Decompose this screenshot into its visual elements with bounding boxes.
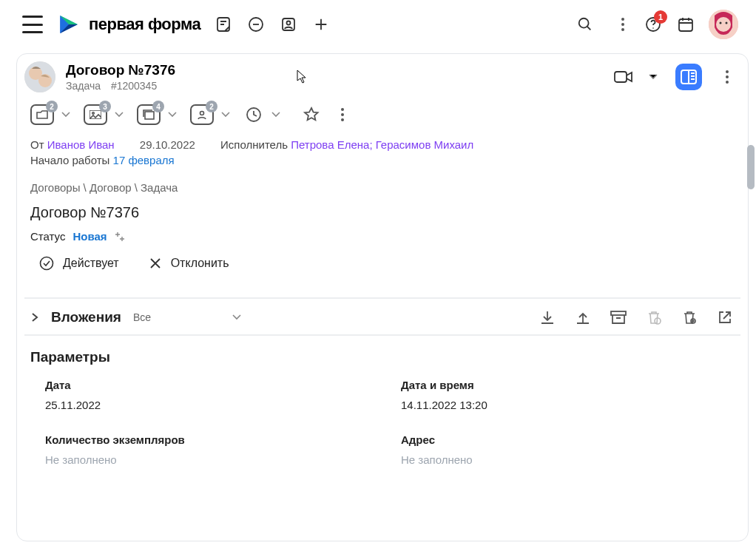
menu-icon[interactable] bbox=[22, 16, 43, 33]
start-label: Начало работы bbox=[30, 154, 109, 166]
attachments-collapse-icon[interactable] bbox=[30, 311, 39, 323]
logo-mark-icon bbox=[56, 12, 81, 37]
card-more-icon[interactable] bbox=[720, 70, 735, 84]
param-addr-value[interactable]: Не заполнено bbox=[401, 453, 735, 466]
svg-point-13 bbox=[720, 22, 722, 24]
tool-d-chev[interactable] bbox=[221, 112, 232, 118]
archive-icon[interactable] bbox=[609, 308, 628, 327]
tool-count-a: 2 bbox=[46, 101, 58, 112]
exec-label: Исполнитель bbox=[220, 138, 288, 151]
task-type-label: Задача bbox=[66, 80, 101, 92]
created-date: 29.10.2022 bbox=[140, 138, 195, 151]
param-date-value[interactable]: 25.11.2022 bbox=[45, 399, 379, 411]
svg-rect-10 bbox=[679, 19, 692, 31]
param-copies-value[interactable]: Не заполнено bbox=[45, 453, 379, 466]
contact-icon[interactable] bbox=[279, 15, 298, 34]
toolbar-more-icon[interactable] bbox=[335, 108, 350, 121]
tool-count-d: 2 bbox=[206, 101, 217, 112]
trash-view-icon[interactable] bbox=[680, 308, 699, 327]
status-value[interactable]: Новая bbox=[72, 230, 107, 243]
svg-point-21 bbox=[92, 112, 95, 115]
attachments-filter-label: Все bbox=[133, 311, 151, 323]
svg-point-7 bbox=[579, 18, 589, 28]
reject-action[interactable]: Отклонить bbox=[149, 257, 229, 270]
card-subtitle: Задача #1200345 bbox=[66, 80, 175, 92]
action-row: Действует Отклонить bbox=[17, 246, 748, 278]
cursor-icon bbox=[297, 70, 307, 84]
status-label: Статус bbox=[30, 230, 65, 243]
task-toolbar: 2 3 4 2 bbox=[17, 97, 748, 128]
attachments-section: Вложения Все bbox=[24, 297, 740, 333]
svg-rect-22 bbox=[145, 112, 154, 119]
notification-badge: 1 bbox=[654, 10, 667, 24]
brand-text: первая форма bbox=[89, 15, 200, 34]
meta-block: От Иванов Иван 29.10.2022 Исполнитель Пе… bbox=[17, 128, 748, 172]
add-icon[interactable] bbox=[311, 15, 331, 34]
download-icon[interactable] bbox=[538, 308, 557, 327]
params-section: Параметры Дата 25.11.2022 Дата и время 1… bbox=[17, 333, 748, 485]
upload-icon[interactable] bbox=[573, 308, 593, 327]
trash-settings-icon[interactable] bbox=[644, 308, 664, 327]
search-doc-icon[interactable] bbox=[246, 15, 266, 34]
help-icon[interactable]: 1 bbox=[644, 15, 663, 34]
svg-point-9 bbox=[652, 27, 654, 29]
card-header: Договор №7376 Задача #1200345 bbox=[17, 54, 748, 97]
tool-a-chev[interactable] bbox=[61, 112, 72, 118]
from-value[interactable]: Иванов Иван bbox=[47, 138, 115, 151]
svg-rect-26 bbox=[611, 311, 626, 315]
history-icon[interactable] bbox=[243, 104, 264, 125]
tool-c-chev[interactable] bbox=[168, 112, 178, 118]
brand-logo[interactable]: первая форма bbox=[56, 12, 200, 37]
tool-count-c: 4 bbox=[152, 101, 164, 112]
params-title: Параметры bbox=[30, 349, 735, 365]
tool-image-b[interactable]: 3 bbox=[84, 104, 107, 125]
video-call-button[interactable] bbox=[610, 64, 637, 90]
svg-point-14 bbox=[726, 22, 728, 24]
svg-rect-18 bbox=[615, 72, 627, 82]
svg-point-23 bbox=[200, 112, 204, 115]
history-chev[interactable] bbox=[271, 112, 282, 118]
exec-value[interactable]: Петрова Елена; Герасимов Михаил bbox=[291, 138, 473, 151]
status-row: Статус Новая bbox=[17, 224, 748, 246]
svg-point-29 bbox=[692, 320, 694, 322]
start-value[interactable]: 17 февраля bbox=[113, 154, 175, 166]
topbar: первая форма 1 bbox=[0, 0, 756, 49]
param-datetime-value[interactable]: 14.11.2022 13:20 bbox=[401, 399, 735, 411]
param-addr-label: Адрес bbox=[401, 433, 735, 446]
calendar-icon[interactable] bbox=[676, 15, 695, 34]
panel-toggle-button[interactable] bbox=[675, 64, 702, 90]
user-avatar[interactable] bbox=[709, 10, 738, 39]
task-avatar[interactable] bbox=[24, 61, 55, 92]
attachments-title: Вложения bbox=[51, 309, 121, 325]
approve-action[interactable]: Действует bbox=[39, 256, 119, 271]
param-datetime-label: Дата и время bbox=[401, 379, 735, 391]
attachments-filter[interactable]: Все bbox=[133, 311, 241, 323]
from-label: От bbox=[30, 138, 44, 151]
search-icon[interactable] bbox=[576, 15, 595, 34]
note-icon[interactable] bbox=[214, 15, 233, 34]
status-filter-icon[interactable] bbox=[115, 232, 125, 242]
tool-count-b: 3 bbox=[99, 101, 111, 112]
task-id: #1200345 bbox=[111, 80, 157, 92]
svg-point-12 bbox=[716, 17, 731, 32]
video-dropdown-icon[interactable] bbox=[649, 74, 659, 80]
open-external-icon[interactable] bbox=[715, 308, 735, 327]
card-title: Договор №7376 bbox=[66, 62, 175, 79]
document-title: Договор №7376 bbox=[17, 195, 748, 224]
approve-label: Действует bbox=[63, 257, 119, 270]
tool-folder-a[interactable]: 2 bbox=[30, 104, 54, 125]
param-date-label: Дата bbox=[45, 379, 379, 391]
scrollbar-thumb[interactable] bbox=[747, 145, 755, 189]
task-card: Договор №7376 Задача #1200345 2 bbox=[16, 53, 749, 541]
tool-b-chev[interactable] bbox=[115, 112, 125, 118]
tool-person-d[interactable]: 2 bbox=[190, 104, 214, 125]
svg-point-25 bbox=[41, 257, 53, 270]
param-copies-label: Количество экземпляров bbox=[45, 433, 379, 446]
favorite-icon[interactable] bbox=[301, 104, 322, 125]
tool-stack-c[interactable]: 4 bbox=[137, 104, 161, 125]
reject-label: Отклонить bbox=[171, 257, 229, 270]
breadcrumb[interactable]: Договоры \ Договор \ Задача bbox=[17, 172, 748, 195]
svg-point-6 bbox=[287, 21, 291, 25]
top-more-icon[interactable] bbox=[615, 18, 630, 31]
